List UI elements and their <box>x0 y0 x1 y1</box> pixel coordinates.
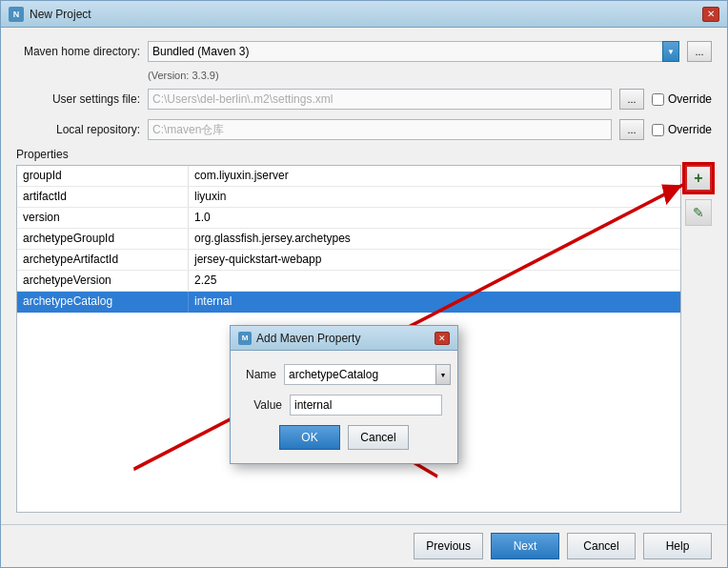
dialog-value-input[interactable] <box>290 395 442 416</box>
prop-key-archetypeversion: archetypeVersion <box>17 271 189 291</box>
local-repo-more-button[interactable]: ... <box>619 119 644 140</box>
window-title: New Project <box>30 8 702 21</box>
user-settings-override-checkbox[interactable] <box>652 93 664 106</box>
properties-buttons: + ✎ <box>685 165 712 513</box>
maven-home-row: Maven home directory: ▼ ... <box>16 39 712 64</box>
add-maven-property-dialog: M Add Maven Property ✕ Name ▼ Value <box>230 325 458 464</box>
dialog-close-button[interactable]: ✕ <box>435 332 450 345</box>
table-row[interactable]: archetypeVersion 2.25 <box>17 271 680 292</box>
cancel-button[interactable]: Cancel <box>567 533 636 559</box>
add-property-button[interactable]: + <box>685 165 712 192</box>
dialog-title-bar: M Add Maven Property ✕ <box>231 326 457 351</box>
properties-section-label: Properties <box>16 148 712 161</box>
table-row-selected[interactable]: archetypeCatalog internal <box>17 292 680 313</box>
dialog-action-buttons: OK Cancel <box>246 425 442 450</box>
user-settings-more-button[interactable]: ... <box>619 89 644 110</box>
edit-property-button[interactable]: ✎ <box>685 199 712 226</box>
maven-home-more-button[interactable]: ... <box>687 41 712 62</box>
dialog-ok-button[interactable]: OK <box>279 425 340 450</box>
dialog-window-icon: M <box>238 332 252 345</box>
user-settings-input <box>148 89 612 110</box>
version-text: (Version: 3.3.9) <box>148 70 219 81</box>
local-repo-input <box>148 119 612 140</box>
dialog-content: Name ▼ Value OK Cancel <box>231 351 457 463</box>
table-row[interactable]: archetypeArtifactId jersey-quickstart-we… <box>17 250 680 271</box>
table-row[interactable]: version 1.0 <box>17 208 680 229</box>
maven-home-dropdown-arrow[interactable]: ▼ <box>662 41 679 62</box>
previous-button[interactable]: Previous <box>414 533 483 559</box>
dialog-name-row: Name ▼ <box>246 364 442 385</box>
main-window: N New Project ✕ Maven home directory: ▼ … <box>0 0 728 568</box>
dialog-value-row: Value <box>246 395 442 416</box>
prop-value-archetypecatalog: internal <box>189 292 680 313</box>
bottom-bar: Previous Next Cancel Help <box>1 524 727 567</box>
window-icon: N <box>9 7 24 22</box>
maven-home-input[interactable] <box>148 41 662 62</box>
title-bar: N New Project ✕ <box>1 1 727 28</box>
local-repo-override-label: Override <box>652 123 712 136</box>
local-repo-row: Local repository: ... Override <box>16 117 712 142</box>
maven-home-label: Maven home directory: <box>16 45 140 58</box>
dialog-name-combo: ▼ <box>284 364 451 385</box>
prop-key-version: version <box>17 208 189 228</box>
user-settings-label: User settings file: <box>16 92 140 106</box>
prop-key-artifactid: artifactId <box>17 187 189 207</box>
table-row[interactable]: archetypeGroupId org.glassfish.jersey.ar… <box>17 229 680 250</box>
dialog-title: Add Maven Property <box>256 332 435 345</box>
table-row[interactable]: groupId com.liyuxin.jserver <box>17 166 680 187</box>
prop-value-version: 1.0 <box>189 208 680 228</box>
prop-value-archetypeartifactid: jersey-quickstart-webapp <box>189 250 680 270</box>
prop-key-archetypecatalog: archetypeCatalog <box>17 292 189 313</box>
prop-value-archetypeversion: 2.25 <box>189 271 680 291</box>
user-settings-row: User settings file: ... Override <box>16 87 712 112</box>
help-button[interactable]: Help <box>643 533 712 559</box>
prop-key-archetypegroupid: archetypeGroupId <box>17 229 189 249</box>
dialog-name-dropdown-arrow[interactable]: ▼ <box>435 364 451 385</box>
prop-value-archetypegroupid: org.glassfish.jersey.archetypes <box>189 229 680 249</box>
dialog-cancel-button[interactable]: Cancel <box>348 425 409 450</box>
prop-value-groupid: com.liyuxin.jserver <box>189 166 680 186</box>
prop-key-archetypeartifactid: archetypeArtifactId <box>17 250 189 270</box>
dialog-name-input[interactable] <box>284 364 435 385</box>
dialog-value-label: Value <box>246 398 282 412</box>
local-repo-override-checkbox[interactable] <box>652 124 664 136</box>
user-settings-override-label: Override <box>652 92 712 106</box>
prop-value-artifactid: liyuxin <box>189 187 680 207</box>
table-row[interactable]: artifactId liyuxin <box>17 187 680 208</box>
local-repo-label: Local repository: <box>16 123 140 136</box>
maven-home-combo: ▼ <box>148 41 679 62</box>
next-button[interactable]: Next <box>491 533 559 559</box>
dialog-name-label: Name <box>246 368 276 381</box>
close-button[interactable]: ✕ <box>702 7 719 22</box>
prop-key-groupid: groupId <box>17 166 189 186</box>
version-row: (Version: 3.3.9) <box>16 70 712 81</box>
